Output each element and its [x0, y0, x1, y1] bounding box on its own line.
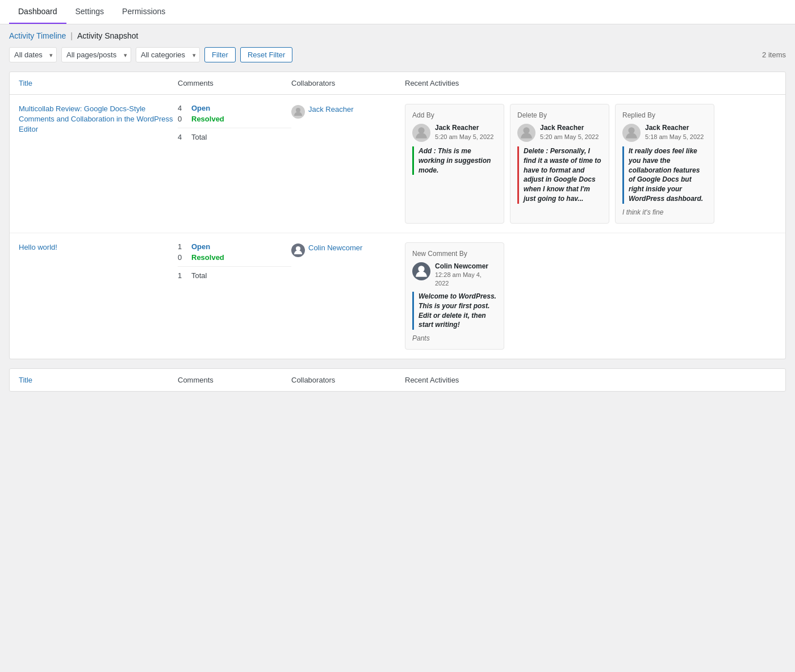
open-count-1: 4: [178, 104, 187, 112]
post-title-link-2[interactable]: Hello world!: [19, 243, 57, 251]
open-label-2: Open: [191, 242, 210, 251]
table-header: Title Comments Collaborators Recent Acti…: [10, 72, 785, 95]
pages-filter[interactable]: All pages/posts: [61, 47, 131, 62]
total-count-2: 1: [178, 271, 187, 280]
activity-avatar-2-1: [412, 262, 430, 280]
dates-filter-wrapper: All dates: [9, 47, 57, 62]
collaborators-cell-1: Jack Reacher: [291, 104, 405, 119]
activities-cell-1: Add By Jack Reacher 5:20 am May 5, 2022 …: [405, 104, 776, 224]
collaborator-name-2[interactable]: Colin Newcomer: [308, 243, 362, 252]
open-label-1: Open: [191, 104, 210, 112]
breadcrumb-current: Activity Snapshot: [77, 31, 138, 40]
svg-point-2: [523, 127, 529, 133]
post-title-cell: Multicollab Review: Google Docs-Style Co…: [19, 104, 178, 135]
pages-filter-wrapper: All pages/posts: [61, 47, 131, 62]
activity-card-1-1: Add By Jack Reacher 5:20 am May 5, 2022 …: [405, 104, 504, 224]
activity-content-1-2: Delete : Personally, I find it a waste o…: [517, 146, 602, 204]
reset-filter-button[interactable]: Reset Filter: [240, 47, 292, 62]
activity-type-1-1: Add By: [412, 111, 497, 119]
resolved-count-1: 0: [178, 115, 187, 123]
resolved-count-2: 0: [178, 253, 187, 262]
top-navigation: Dashboard Settings Permissions: [0, 0, 795, 24]
activity-user-info-2-1: Colin Newcomer 12:28 am May 4, 2022: [435, 262, 497, 287]
footer-table-header: Title Comments Collaborators Recent Acti…: [9, 368, 786, 392]
open-count-row-1: 4 Open: [178, 104, 291, 112]
resolved-label-2: Resolved: [191, 253, 224, 262]
breadcrumb-separator: |: [70, 31, 73, 40]
tab-settings[interactable]: Settings: [66, 0, 114, 24]
dates-filter[interactable]: All dates: [9, 47, 57, 62]
activity-user-name-1-3: Jack Reacher: [645, 124, 707, 133]
activity-user-row-1-1: Jack Reacher 5:20 am May 5, 2022: [412, 124, 497, 142]
activity-user-time-1-1: 5:20 am May 5, 2022: [435, 133, 497, 141]
avatar-2: [291, 243, 305, 257]
open-count-2: 1: [178, 242, 187, 251]
activity-user-row-1-3: Jack Reacher 5:18 am May 5, 2022: [622, 124, 707, 142]
activity-user-time-2-1: 12:28 am May 4, 2022: [435, 271, 497, 287]
table-row-2: Hello world! 1 Open 0 Resolved 1 Total: [10, 233, 785, 359]
comments-cell-1: 4 Open 0 Resolved 4 Total: [178, 104, 291, 141]
main-content: Activity Timeline | Activity Snapshot Al…: [0, 24, 795, 398]
svg-point-5: [418, 266, 424, 272]
items-count: 2 items: [762, 51, 786, 59]
header-comments: Comments: [178, 79, 291, 87]
resolved-count-row-2: 0 Resolved: [178, 253, 291, 262]
svg-point-3: [628, 127, 634, 133]
resolved-count-row-1: 0 Resolved: [178, 115, 291, 123]
footer-header-comments: Comments: [178, 376, 291, 384]
filter-bar: All dates All pages/posts All categories…: [9, 47, 786, 62]
resolved-label-1: Resolved: [191, 115, 224, 123]
post-title-cell-2: Hello world!: [19, 242, 178, 253]
activity-user-info-1-2: Jack Reacher 5:20 am May 5, 2022: [540, 124, 602, 141]
collaborators-cell-2: Colin Newcomer: [291, 242, 405, 257]
categories-filter-wrapper: All categories: [136, 47, 200, 62]
tab-dashboard[interactable]: Dashboard: [9, 0, 66, 24]
footer-header-recent-activities: Recent Activities: [405, 376, 776, 384]
footer-header-title: Title: [19, 376, 178, 384]
svg-point-4: [296, 246, 300, 251]
data-table: Title Comments Collaborators Recent Acti…: [9, 72, 786, 359]
header-title: Title: [19, 79, 178, 87]
header-recent-activities: Recent Activities: [405, 79, 776, 87]
tab-permissions[interactable]: Permissions: [113, 0, 174, 24]
total-count-row-1: 4 Total: [178, 128, 291, 141]
activity-user-name-1-2: Jack Reacher: [540, 124, 602, 133]
activities-cell-2: New Comment By Colin Newcomer 12:28 am M…: [405, 242, 776, 350]
activity-user-row-2-1: Colin Newcomer 12:28 am May 4, 2022: [412, 262, 497, 287]
header-collaborators: Collaborators: [291, 79, 405, 87]
activity-avatar-1-3: [622, 124, 641, 142]
activity-type-1-2: Delete By: [517, 111, 602, 119]
categories-filter[interactable]: All categories: [136, 47, 200, 62]
activity-user-time-1-2: 5:20 am May 5, 2022: [540, 133, 602, 141]
svg-point-0: [296, 108, 300, 112]
table-row: Multicollab Review: Google Docs-Style Co…: [10, 95, 785, 233]
activity-content-2-1: Welcome to WordPress. This is your first…: [412, 292, 497, 330]
activity-content-1-3: It really does feel like you have the co…: [622, 146, 707, 204]
activity-user-name-2-1: Colin Newcomer: [435, 262, 497, 271]
activity-avatar-1-1: [412, 124, 430, 142]
activity-note-1-3: I think it's fine: [622, 208, 707, 216]
total-count-1: 4: [178, 133, 187, 141]
activity-card-2-1: New Comment By Colin Newcomer 12:28 am M…: [405, 242, 504, 350]
open-count-row-2: 1 Open: [178, 242, 291, 251]
breadcrumb: Activity Timeline | Activity Snapshot: [9, 31, 786, 40]
footer-header-collaborators: Collaborators: [291, 376, 405, 384]
activity-user-info-1-1: Jack Reacher 5:20 am May 5, 2022: [435, 124, 497, 141]
breadcrumb-link[interactable]: Activity Timeline: [9, 31, 66, 40]
activity-avatar-1-2: [517, 124, 535, 142]
avatar-1: [291, 105, 305, 119]
filter-button[interactable]: Filter: [204, 47, 236, 62]
svg-point-1: [418, 127, 424, 133]
activity-card-1-3: Replied By Jack Reacher 5:18 am May 5, 2…: [615, 104, 714, 224]
activity-user-info-1-3: Jack Reacher 5:18 am May 5, 2022: [645, 124, 707, 141]
activity-user-row-1-2: Jack Reacher 5:20 am May 5, 2022: [517, 124, 602, 142]
comments-cell-2: 1 Open 0 Resolved 1 Total: [178, 242, 291, 280]
post-title-link-1[interactable]: Multicollab Review: Google Docs-Style Co…: [19, 104, 173, 133]
activity-type-1-3: Replied By: [622, 111, 707, 119]
total-label-2: Total: [191, 271, 207, 280]
total-label-1: Total: [191, 133, 207, 141]
collaborator-name-1[interactable]: Jack Reacher: [308, 105, 353, 114]
activity-type-2-1: New Comment By: [412, 250, 497, 258]
activity-card-1-2: Delete By Jack Reacher 5:20 am May 5, 20…: [510, 104, 609, 224]
activity-note-2-1: Pants: [412, 334, 497, 342]
